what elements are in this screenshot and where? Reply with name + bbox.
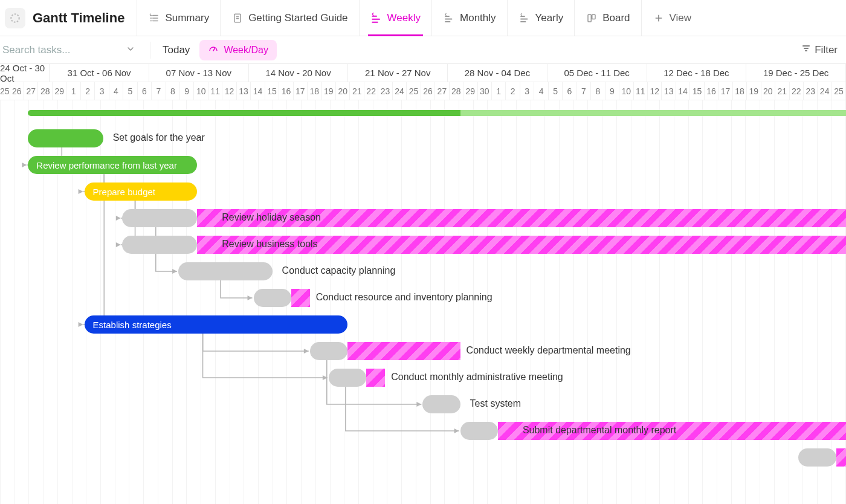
tab-board[interactable]: Board [574,0,641,36]
day-header-cell: 18 [733,82,747,100]
task-bar[interactable] [28,129,103,147]
range-toggle[interactable]: Week/Day [199,40,277,60]
day-header-cell: 18 [308,82,321,100]
day-header-cell: 14 [251,82,265,100]
search-input[interactable] [1,39,141,61]
today-button[interactable]: Today [159,42,193,59]
day-header-cell: 6 [138,82,152,100]
week-header-cell: 31 Oct - 06 Nov [50,64,149,82]
gantt-icon [443,12,455,24]
day-header-cell: 21 [350,82,364,100]
day-header-cell: 1 [66,82,80,100]
day-header-cell: 17 [718,82,732,100]
header: Gantt Timeline Summary Getting Started G… [0,0,846,36]
day-header-cell: 4 [109,82,123,100]
day-header-cell: 12 [648,82,662,100]
task-bar[interactable] [122,236,197,254]
task-bar[interactable] [178,262,273,280]
day-header-cell: 26 [421,82,435,100]
day-header-cell: 24 [393,82,407,100]
day-header-cell: 1 [492,82,506,100]
day-header-cell: 30 [478,82,492,100]
task-bar[interactable] [798,448,836,467]
day-header-cell: 16 [705,82,718,100]
filter-button[interactable]: Filter [801,44,846,56]
day-header-cell: 17 [294,82,308,100]
summary-bar[interactable] [28,110,846,116]
app-icon [5,8,25,28]
day-header-cell: 3 [520,82,534,100]
gantt-pinned-icon [370,12,383,24]
task-overdue-extent[interactable] [366,369,385,387]
day-header-cell: 2 [506,82,520,100]
svg-point-0 [11,14,19,22]
tab-yearly[interactable]: Yearly [507,0,575,36]
day-header-cell: 25 [407,82,421,100]
tab-add-view[interactable]: View [641,0,703,36]
task-overdue-extent[interactable] [291,289,310,307]
chevron-down-icon[interactable] [126,44,135,56]
page-title: Gantt Timeline [33,10,124,26]
day-header-cell: 29 [463,82,477,100]
day-header-cell: 11 [634,82,648,100]
day-header-cell: 15 [265,82,279,100]
tab-weekly[interactable]: Weekly [359,0,431,36]
tab-label: Getting Started Guide [248,12,347,24]
week-header-cell: 19 Dec - 25 Dec [746,64,846,82]
day-header-cell: 9 [180,82,194,100]
gantt-chart[interactable]: Set goals for the yearReview performance… [0,100,846,504]
day-header-cell: 7 [152,82,166,100]
timeline: 24 Oct - 30 Oct31 Oct - 06 Nov07 Nov - 1… [0,64,846,504]
plus-icon [653,12,665,24]
day-header-cell: 22 [790,82,804,100]
day-header-cell: 20 [336,82,350,100]
day-header-cell: 8 [166,82,180,100]
task-overdue-extent[interactable] [197,236,846,254]
task-bar[interactable]: Review performance from last year [28,156,197,174]
task-bar[interactable]: Establish strategies [85,315,347,334]
day-header-cell: 5 [549,82,563,100]
task-overdue-extent[interactable] [347,342,460,360]
week-header-cell: 21 Nov - 27 Nov [348,64,448,82]
day-header-cell: 23 [804,82,818,100]
day-header-cell: 27 [435,82,449,100]
task-bar[interactable] [122,209,197,227]
tab-summary[interactable]: Summary [137,0,220,36]
tabs: Summary Getting Started Guide Weekly Mon… [137,0,702,36]
task-overdue-extent[interactable] [836,448,846,467]
day-header-cell: 25 [0,82,10,100]
tab-label: Board [602,12,630,24]
tab-getting-started[interactable]: Getting Started Guide [220,0,358,36]
toolbar: Today Week/Day Filter [0,36,846,64]
day-header-cell: 16 [279,82,293,100]
task-overdue-extent[interactable] [197,209,846,227]
filter-label: Filter [815,44,838,56]
board-icon [586,12,598,24]
task-overdue-extent[interactable] [498,422,846,440]
day-header-cell: 4 [534,82,548,100]
gantt-icon [518,12,531,24]
list-icon [148,12,160,24]
task-bar[interactable] [329,369,366,387]
week-header-cell: 24 Oct - 30 Oct [0,64,50,82]
task-bar[interactable] [254,289,291,307]
tab-label: Monthly [460,12,496,24]
day-header-cell: 5 [123,82,137,100]
week-header-cell: 05 Dec - 11 Dec [547,64,647,82]
task-bar[interactable] [422,395,460,413]
day-header-cell: 7 [577,82,591,100]
search-wrap [0,39,141,61]
day-header-cell: 11 [208,82,222,100]
day-header-cell: 3 [95,82,109,100]
task-bar[interactable] [310,342,347,360]
dashed-circle-icon [9,12,21,24]
week-header-cell: 28 Nov - 04 Dec [448,64,547,82]
day-header-row: 2526272829123456789101112131415161718192… [0,82,846,100]
week-header-cell: 07 Nov - 13 Nov [149,64,249,82]
day-header-cell: 24 [818,82,831,100]
task-bar[interactable]: Prepare budget [85,183,198,201]
task-bar[interactable] [460,422,498,440]
day-header-cell: 26 [10,82,24,100]
tab-monthly[interactable]: Monthly [431,0,507,36]
day-header-cell: 14 [676,82,690,100]
